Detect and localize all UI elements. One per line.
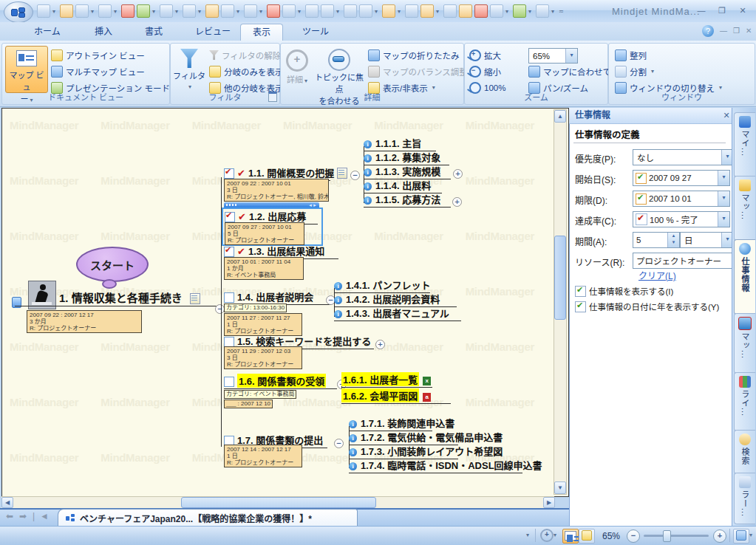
zoom-slider-thumb[interactable]	[663, 530, 671, 542]
collapse-map-icon[interactable]	[420, 4, 434, 18]
task-checkbox[interactable]	[224, 337, 234, 347]
detail-caret-icon[interactable]: ▾	[375, 8, 380, 15]
new-caret-icon[interactable]: ▾	[52, 8, 58, 15]
outline-view-button[interactable]: アウトライン ビュー	[51, 48, 145, 62]
undo-icon[interactable]	[75, 4, 89, 18]
subtopic-1-7-3[interactable]: 1.7.3. 小間装飾レイアウト希望図	[349, 444, 458, 459]
filter-button[interactable]: フィルタ	[172, 46, 206, 92]
topic-1-5-expand-icon[interactable]: +	[375, 340, 385, 349]
close-button[interactable]: ✕	[735, 4, 751, 17]
document-tab[interactable]: ベンチャーフェアJapan20...【戦略的協業企業の獲得！】*	[58, 509, 358, 527]
canvas-horizontal-scrollbar[interactable]: ◀ ▶	[1, 496, 554, 508]
subtopic-1-1-1[interactable]: 1.1.1. 主旨	[364, 136, 436, 151]
scroll-left-icon[interactable]: ◀	[1, 497, 13, 508]
detail-icon[interactable]	[359, 4, 372, 18]
start-date-select[interactable]: 2007 09 27▾	[633, 170, 730, 186]
subtopic-1-1-3[interactable]: 1.1.3. 実施規模	[364, 164, 451, 179]
selected-topic-handle[interactable]: ◄►	[224, 202, 319, 208]
tab-review[interactable]: レビュー	[183, 24, 242, 41]
show-task-info-checkbox[interactable]: 仕事情報を表示する(I)	[575, 285, 673, 297]
status-pane-caret-icon[interactable]: ▾	[749, 532, 755, 538]
info-icon[interactable]	[349, 462, 357, 470]
filter-caret-icon[interactable]: ▾	[336, 8, 341, 15]
print-icon[interactable]	[490, 4, 503, 18]
tab-format[interactable]: 書式	[133, 24, 174, 41]
subtopic-1-7-2[interactable]: 1.7.2. 電気供給・電気備品申込書	[349, 430, 458, 445]
show-hide-caret-icon[interactable]: ▾	[398, 8, 403, 15]
duration-unit-select[interactable]: 日▾	[680, 232, 734, 248]
chevron-down-icon[interactable]: ▾	[718, 171, 729, 185]
info-icon[interactable]	[349, 434, 357, 442]
numbering-icon[interactable]	[474, 4, 488, 18]
stepper-arrows-icon[interactable]: ▲▼	[667, 233, 679, 247]
start-balloon[interactable]: スタート	[76, 247, 149, 282]
zoom-in-icon[interactable]: +	[713, 529, 726, 543]
side-tab-task-info[interactable]: 仕事情報	[734, 239, 755, 315]
show-hide-icon[interactable]	[382, 4, 395, 18]
new-document-icon[interactable]	[37, 4, 50, 18]
split-button[interactable]: 分割	[615, 64, 654, 78]
zoom-out-button[interactable]: − 縮小	[469, 64, 501, 78]
arrange-button[interactable]: 整列	[615, 48, 647, 62]
subtopic-1-1-3-expand-icon[interactable]: +	[453, 169, 463, 179]
notes-icon[interactable]	[305, 4, 319, 18]
line-caret-icon[interactable]: ▾	[175, 8, 180, 15]
redo-caret-icon[interactable]: ▾	[114, 8, 119, 15]
scroll-down-icon[interactable]: ▼	[554, 481, 566, 494]
status-outline-view-button[interactable]	[579, 529, 595, 544]
side-tab-my-maps[interactable]: マイ...	[734, 112, 755, 177]
boundary-caret-icon[interactable]: ▾	[298, 8, 303, 15]
checkbox-checked-icon[interactable]	[575, 286, 586, 297]
undo-caret-icon[interactable]: ▾	[91, 8, 96, 15]
doc-restore-button[interactable]: ❐	[733, 27, 740, 35]
central-topic[interactable]: 1. 情報収集と各種手続き	[15, 289, 218, 306]
restore-button[interactable]: ❐	[714, 4, 730, 17]
font-caret-icon[interactable]: ▾	[198, 8, 203, 15]
doc-minimize-button[interactable]: —	[720, 27, 727, 35]
balance-map-icon[interactable]	[405, 4, 418, 18]
due-date-select[interactable]: 2007 10 01▾	[633, 191, 730, 207]
export-caret-icon[interactable]: ▾	[528, 8, 534, 15]
relationship-icon[interactable]	[267, 4, 280, 18]
fill-color-icon[interactable]	[137, 4, 150, 18]
task-complete-checkbox[interactable]	[225, 212, 235, 222]
status-detail-icon[interactable]: +	[540, 529, 554, 542]
application-menu-button[interactable]	[4, 1, 33, 23]
chevron-down-icon[interactable]: ▾	[718, 191, 729, 206]
task-complete-checkbox[interactable]	[224, 247, 234, 257]
scroll-right-icon[interactable]: ▶	[543, 497, 555, 508]
pane-close-icon[interactable]: ✕	[721, 110, 732, 120]
duration-stepper[interactable]: 5 ▲▼	[633, 232, 680, 248]
info-icon[interactable]	[334, 296, 342, 304]
side-tab-learning[interactable]: ラー...	[734, 473, 755, 524]
map-view-button[interactable]: マップ ビュ ー	[5, 46, 48, 93]
callout-icon[interactable]	[121, 4, 134, 18]
resource-input[interactable]: プロジェクトオーナー	[633, 253, 733, 269]
date-checkbox[interactable]	[636, 173, 647, 184]
side-tab-map-markers[interactable]: マッ...	[734, 313, 755, 374]
attachment-caret-icon[interactable]: ▾	[259, 8, 265, 15]
nav-back-icon[interactable]: ⬅	[6, 511, 13, 521]
collapse-caret-icon[interactable]: ▾	[436, 8, 441, 15]
tab-tools[interactable]: ツール	[290, 24, 341, 41]
topic-1-6[interactable]: 1.6. 関係書類の受領	[224, 374, 337, 389]
redo-icon[interactable]	[98, 4, 112, 18]
subtopic-1-1-5-expand-icon[interactable]: +	[452, 197, 462, 207]
tab-insert[interactable]: 挿入	[83, 24, 124, 41]
customize-qat-icon[interactable]: ≂	[559, 8, 564, 15]
show-branch-only-button[interactable]: 分岐のみを表示	[209, 64, 291, 78]
zoom-out-icon[interactable]: −	[627, 529, 640, 543]
info-icon[interactable]	[334, 310, 342, 318]
topic-icon[interactable]	[459, 4, 472, 18]
info-icon[interactable]	[364, 140, 372, 148]
subtopic-1-6-2[interactable]: 1.6.2. 会場平面図	[341, 388, 451, 404]
tab-home[interactable]: ホーム	[22, 24, 72, 41]
topic-1-7-collapse-icon[interactable]: −	[334, 439, 344, 448]
subtopic-1-4-3[interactable]: 1.4.3. 出展者マニュアル	[334, 306, 461, 321]
nav-forward-icon[interactable]: ➡	[19, 511, 27, 521]
info-icon[interactable]	[349, 420, 357, 428]
task-checkbox[interactable]	[224, 292, 234, 303]
status-pane-button[interactable]	[733, 529, 749, 544]
focus-topic-button[interactable]: トピックに焦点 を合わせる	[313, 46, 365, 92]
info-icon[interactable]	[364, 168, 372, 176]
